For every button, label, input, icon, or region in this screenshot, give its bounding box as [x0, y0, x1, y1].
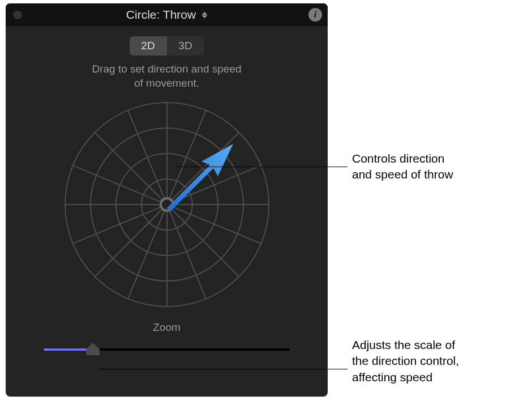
callout-1-line-2: and speed of throw: [352, 168, 453, 181]
hud-panel: Circle: Throw i 2D 3D Drag to set direct…: [6, 3, 328, 397]
segment-2d[interactable]: 2D: [130, 36, 167, 56]
callout-leader-2: [99, 369, 347, 369]
slider-fill: [44, 348, 93, 351]
callout-1-line-1: Controls direction: [352, 152, 444, 165]
dimension-segmented-control: 2D 3D: [130, 36, 204, 56]
instruction-line-1: Drag to set direction and speed: [92, 63, 241, 75]
zoom-label: Zoom: [153, 321, 181, 334]
slider-thumb[interactable]: [86, 343, 100, 355]
svg-line-9: [95, 205, 166, 276]
svg-line-10: [167, 205, 239, 276]
direction-control[interactable]: [63, 100, 271, 309]
callout-2: Adjusts the scale of the direction contr…: [352, 337, 459, 385]
window-close-dot[interactable]: [13, 10, 22, 19]
callout-2-line-1: Adjusts the scale of: [352, 338, 455, 351]
svg-line-11: [95, 133, 166, 205]
callout-leader-1: [177, 167, 347, 167]
segment-3d[interactable]: 3D: [167, 36, 204, 56]
instruction-line-2: of movement.: [134, 77, 199, 89]
titlebar: Circle: Throw i: [6, 3, 328, 26]
callout-2-line-2: the direction control,: [352, 354, 459, 367]
instruction-text: Drag to set direction and speed of movem…: [92, 62, 241, 90]
info-icon: i: [314, 9, 317, 20]
panel-title-text: Circle: Throw: [126, 8, 196, 22]
zoom-slider[interactable]: [44, 342, 290, 359]
panel-body: 2D 3D Drag to set direction and speed of…: [6, 26, 328, 359]
callout-1: Controls direction and speed of throw: [352, 151, 453, 183]
chevron-up-down-icon: [201, 12, 207, 18]
panel-title-dropdown[interactable]: Circle: Throw: [126, 8, 207, 22]
info-button[interactable]: i: [308, 8, 322, 22]
svg-line-8: [167, 133, 239, 205]
callout-2-line-3: affecting speed: [352, 371, 432, 384]
